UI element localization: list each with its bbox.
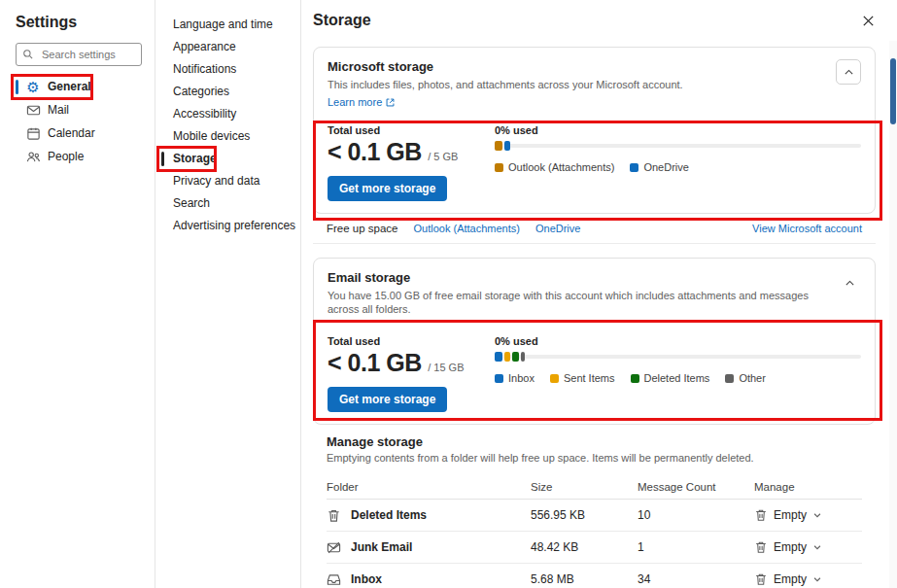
subnav-item-categories[interactable]: Categories	[155, 81, 300, 103]
mail-icon	[25, 102, 41, 118]
legend-item: OneDrive	[630, 161, 688, 173]
subnav-item-accessibility[interactable]: Accessibility	[155, 103, 300, 125]
column-header-message-count: Message Count	[638, 481, 754, 493]
selected-indicator	[16, 80, 18, 94]
chevron-down-icon	[812, 510, 822, 520]
settings-title: Settings	[16, 14, 155, 31]
calendar-icon	[25, 125, 41, 141]
legend-swatch	[495, 163, 503, 172]
table-row: Junk Email 48.42 KB 1 Empty	[327, 532, 862, 564]
sidebar-item-general[interactable]: ⚙ General	[16, 75, 155, 98]
manage-storage-section: Manage storage Emptying contents from a …	[313, 425, 876, 588]
total-used-label: Total used	[328, 335, 473, 347]
trash-icon	[327, 508, 341, 523]
trash-icon	[754, 572, 768, 586]
free-up-space-label: Free up space	[327, 223, 398, 234]
card-description: You have 15.00 GB of free email storage …	[328, 289, 839, 316]
card-description: This includes files, photos, and attachm…	[328, 78, 683, 91]
microsoft-storage-head: Microsoft storage This includes files, p…	[328, 59, 683, 109]
panel-header: Storage	[301, 0, 897, 41]
folder-size: 48.42 KB	[531, 540, 638, 554]
legend-item: Inbox	[495, 372, 535, 384]
card-title: Email storage	[328, 270, 839, 285]
email-progress-bar	[495, 355, 861, 359]
email-storage-card: Email storage You have 15.00 GB of free …	[313, 258, 876, 425]
outlook-attachments-link[interactable]: Outlook (Attachments)	[414, 223, 520, 234]
sidebar-item-label: General	[48, 80, 91, 93]
subnav-item-mobile-devices[interactable]: Mobile devices	[155, 125, 300, 148]
sidebar-nav: ⚙ General Mail Calendar	[16, 75, 155, 168]
folders-table: Folder Size Message Count Manage	[327, 474, 862, 588]
storage-panel: Storage Microsoft storage This includes …	[301, 0, 897, 588]
folder-name: Junk Email	[351, 540, 412, 554]
empty-folder-button[interactable]: Empty	[754, 540, 862, 554]
page-title: Storage	[313, 12, 371, 29]
junk-email-icon	[327, 540, 341, 555]
scrollbar-thumb[interactable]	[890, 58, 896, 124]
subnav-item-advertising-preferences[interactable]: Advertising preferences	[155, 215, 300, 237]
bar-segment-outlook	[495, 141, 502, 151]
legend-label: OneDrive	[643, 161, 688, 173]
folder-message-count: 10	[638, 508, 754, 522]
legend-item: Other	[725, 372, 766, 384]
sidebar-item-label: Calendar	[48, 126, 95, 140]
search-input[interactable]	[40, 48, 135, 61]
settings-subnav: Language and time Appearance Notificatio…	[155, 0, 301, 588]
subnav-item-language-and-time[interactable]: Language and time	[155, 14, 300, 36]
subnav-item-notifications[interactable]: Notifications	[155, 58, 300, 81]
panel-content: Microsoft storage This includes files, p…	[301, 41, 897, 588]
microsoft-storage-usage: Total used < 0.1 GB / 5 GB Get more stor…	[328, 124, 861, 201]
folder-size: 556.95 KB	[531, 508, 638, 522]
chevron-down-icon	[812, 542, 822, 552]
empty-label: Empty	[774, 540, 807, 554]
legend-label: Deleted Items	[644, 372, 710, 384]
column-header-size: Size	[531, 481, 638, 493]
sidebar-item-people[interactable]: People	[16, 145, 155, 168]
legend-swatch	[495, 374, 503, 383]
empty-label: Empty	[774, 572, 807, 586]
view-microsoft-account-link[interactable]: View Microsoft account	[752, 223, 862, 234]
legend-swatch	[550, 374, 559, 383]
total-used-label: Total used	[328, 124, 473, 136]
sidebar-item-calendar[interactable]: Calendar	[16, 121, 155, 145]
subnav-item-search[interactable]: Search	[155, 192, 300, 215]
manage-storage-description: Emptying contents from a folder will hel…	[327, 451, 862, 465]
legend-label: Sent Items	[564, 372, 615, 384]
get-more-storage-button[interactable]: Get more storage	[328, 176, 447, 201]
inbox-icon	[327, 572, 341, 587]
card-title: Microsoft storage	[328, 59, 683, 74]
subnav-item-storage[interactable]: Storage	[155, 148, 300, 170]
table-row: Deleted Items 556.95 KB 10 Empty	[327, 500, 862, 532]
legend-swatch	[630, 163, 638, 172]
subnav-item-privacy-and-data[interactable]: Privacy and data	[155, 170, 300, 192]
sidebar-item-mail[interactable]: Mail	[16, 98, 155, 121]
chevron-down-icon	[812, 574, 822, 584]
folder-size: 5.68 MB	[531, 572, 638, 586]
onedrive-link[interactable]: OneDrive	[535, 223, 580, 234]
folder-name: Deleted Items	[351, 508, 427, 522]
collapse-email-storage-button[interactable]	[839, 270, 861, 295]
quick-links-row: Free up space Outlook (Attachments) OneD…	[313, 214, 876, 244]
table-row: Inbox 5.68 MB 34 Empty	[327, 564, 862, 588]
empty-folder-button[interactable]: Empty	[754, 572, 862, 586]
close-button[interactable]	[854, 7, 881, 34]
email-storage-head: Email storage You have 15.00 GB of free …	[328, 270, 839, 320]
legend-label: Inbox	[508, 372, 535, 384]
get-more-storage-button[interactable]: Get more storage	[328, 387, 447, 412]
search-settings-box[interactable]	[16, 43, 142, 66]
collapse-microsoft-storage-button[interactable]	[836, 59, 861, 85]
total-used-value: < 0.1 GB / 5 GB	[328, 138, 473, 166]
empty-folder-button[interactable]: Empty	[754, 508, 862, 522]
bar-segment-onedrive	[504, 141, 510, 151]
settings-window: Settings ⚙ General	[0, 0, 897, 588]
subnav-item-appearance[interactable]: Appearance	[155, 36, 300, 58]
learn-more-label: Learn more	[328, 96, 382, 108]
learn-more-link[interactable]: Learn more	[328, 96, 396, 108]
table-header-row: Folder Size Message Count Manage	[327, 474, 862, 500]
column-header-folder: Folder	[327, 481, 531, 493]
selected-indicator	[16, 126, 18, 141]
column-header-manage: Manage	[754, 481, 862, 493]
quota-label: / 5 GB	[428, 151, 458, 162]
bar-segment-deleted-items	[512, 352, 519, 362]
quota-label: / 15 GB	[428, 362, 464, 373]
